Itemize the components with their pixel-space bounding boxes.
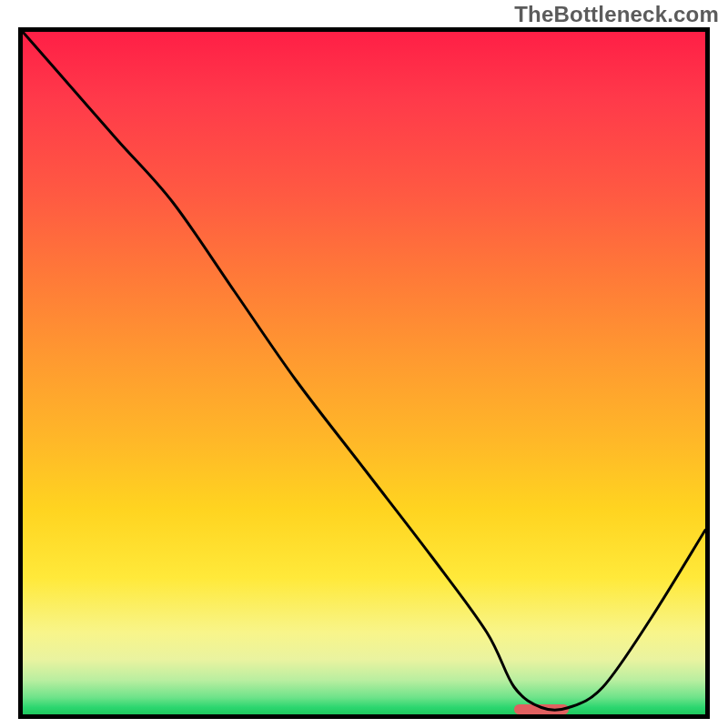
plot-area bbox=[18, 27, 710, 719]
chart-container: TheBottleneck.com bbox=[0, 0, 728, 728]
curve-path bbox=[23, 32, 705, 710]
watermark-text: TheBottleneck.com bbox=[514, 2, 719, 27]
bottleneck-curve bbox=[23, 32, 705, 714]
